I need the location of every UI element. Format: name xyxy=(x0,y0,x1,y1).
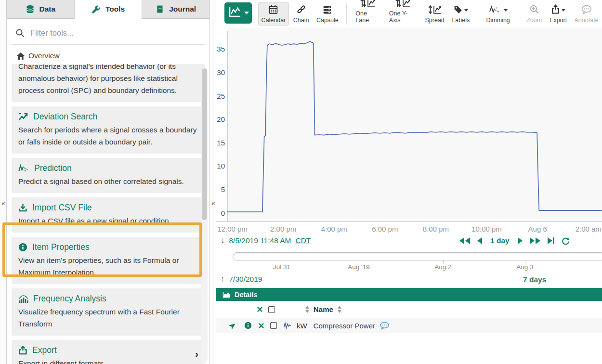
toolbar-button-label: Labels xyxy=(452,17,470,24)
collapse-panel-icon[interactable]: « xyxy=(210,199,216,207)
overview-label: Overview xyxy=(28,52,60,60)
sort-name-icon[interactable] xyxy=(338,306,341,313)
one-lane-icon xyxy=(360,0,376,10)
export-top-icon xyxy=(551,4,560,16)
toolbar-separator xyxy=(478,3,478,25)
toolbar-chain-button[interactable]: Chain xyxy=(290,2,313,26)
toolbar-export-button[interactable]: Export xyxy=(546,2,570,26)
view-selector-button[interactable] xyxy=(224,2,252,24)
svg-text:12:00 pm: 12:00 pm xyxy=(217,225,248,233)
timezone-link[interactable]: CDT xyxy=(295,236,311,245)
scrollbar-thumb[interactable] xyxy=(202,68,207,220)
toolbar-spread-button[interactable]: Spread xyxy=(422,2,448,26)
tab-data[interactable]: Data xyxy=(7,0,75,19)
step-to-end-icon[interactable] xyxy=(548,237,554,244)
filter-tools-input[interactable] xyxy=(30,28,205,38)
item-properties-icon xyxy=(18,243,27,252)
capsule-icon xyxy=(322,5,332,16)
display-range-start[interactable]: 8/5/2019 11:48 AM xyxy=(229,236,291,245)
tool-description: View an item's properties, such as its F… xyxy=(18,254,198,278)
overview-link[interactable]: Overview xyxy=(16,52,205,60)
timeline-tick-label: Aug 2 xyxy=(414,263,472,271)
svg-text:0: 0 xyxy=(221,209,225,217)
name-column-header[interactable]: Name xyxy=(314,305,333,313)
dimming-icon xyxy=(489,5,502,16)
import-csv-icon xyxy=(18,203,27,212)
tool-card-deviation-search[interactable]: Deviation SearchSearch for periods where… xyxy=(12,106,205,154)
calendar-icon xyxy=(268,4,278,16)
display-duration[interactable]: 1 day xyxy=(489,236,510,245)
toolbar-button-label: One Y-Axis xyxy=(389,10,417,24)
toolbar-button-label: Calendar xyxy=(262,17,286,24)
tab-label: Data xyxy=(39,5,56,13)
svg-text:35: 35 xyxy=(217,45,225,53)
tool-title: Prediction xyxy=(34,163,72,173)
select-all-checkbox[interactable] xyxy=(268,306,275,313)
tool-card-export[interactable]: ExportExport in different formats› xyxy=(12,340,205,364)
toolbar-capsule-button[interactable]: Capsule xyxy=(313,2,341,26)
collapse-left-icon[interactable]: « xyxy=(0,199,6,207)
remove-item-icon[interactable] xyxy=(258,323,264,329)
refresh-icon[interactable] xyxy=(562,237,570,245)
step-back-icon[interactable] xyxy=(477,237,482,244)
tool-card-prediction[interactable]: PredictionPredict a signal based on othe… xyxy=(12,158,205,193)
tools-scrollbar[interactable] xyxy=(201,67,208,362)
toolbar-button-label: Dimming xyxy=(486,17,510,24)
svg-text:6:00 pm: 6:00 pm xyxy=(372,225,398,233)
tool-title: Import CSV File xyxy=(32,203,92,213)
comment-bubble-icon[interactable] xyxy=(380,322,390,330)
tab-tools[interactable]: Tools xyxy=(75,0,143,19)
investigate-duration[interactable]: 7 days xyxy=(523,275,546,284)
item-info-icon[interactable] xyxy=(244,322,252,329)
tool-card-frequency-analysis[interactable]: Frequency AnalysisVisualize frequency sp… xyxy=(12,288,205,336)
tab-journal[interactable]: Journal xyxy=(142,0,209,19)
trend-chart[interactable]: 0510152025303512:00 pm2:00 pm4:00 pm6:00… xyxy=(216,27,602,234)
signal-icon xyxy=(283,322,292,329)
svg-text:10: 10 xyxy=(217,162,225,170)
wrench-icon xyxy=(92,5,101,14)
investigate-start-arrow-icon: ↑ xyxy=(221,274,225,284)
display-toolbar: CalendarChainCapsuleOne LaneOne Y-AxisSp… xyxy=(216,0,602,27)
panel-tabs: DataToolsJournal xyxy=(7,0,209,19)
svg-text:2:00 pm: 2:00 pm xyxy=(270,225,296,233)
area-chart-icon xyxy=(222,291,231,298)
tool-description: Search for periods where a signal crosse… xyxy=(18,124,198,148)
tool-description: Predict a signal based on other correlat… xyxy=(18,175,198,187)
tool-description: Import a CSV file as a new signal or con… xyxy=(18,215,198,227)
trend-icon xyxy=(227,6,242,20)
tool-title: Deviation Search xyxy=(33,112,97,122)
details-table-row[interactable]: kW Compressor Power xyxy=(216,318,602,333)
investigate-range-start[interactable]: 7/30/2019 xyxy=(229,275,262,284)
toolbar-separator xyxy=(518,3,518,25)
tool-title: Frequency Analysis xyxy=(33,294,106,304)
tool-card-import-csv-file[interactable]: Import CSV FileImport a CSV file as a ne… xyxy=(12,197,205,233)
annotate-icon xyxy=(581,5,592,16)
row-checkbox[interactable] xyxy=(270,322,277,329)
sort-icon[interactable] xyxy=(305,306,309,313)
row-unit: kW xyxy=(297,322,307,330)
toolbar-dimming-button[interactable]: Dimming xyxy=(483,2,513,26)
step-back-double-icon[interactable] xyxy=(459,237,470,244)
autoscale-pointer-icon[interactable] xyxy=(229,322,237,329)
svg-text:15: 15 xyxy=(217,139,225,147)
step-forward-icon[interactable] xyxy=(518,237,523,244)
tools-panel: DataToolsJournal Overview Characterize a… xyxy=(7,0,209,364)
timeline-scrollbar[interactable] xyxy=(233,252,602,260)
toolbar-labels-button[interactable]: Labels xyxy=(449,2,473,26)
tool-card-scrolled[interactable]: Characterize a signal's intended behavio… xyxy=(12,64,205,102)
toolbar-calendar-button[interactable]: Calendar xyxy=(258,2,289,26)
step-forward-double-icon[interactable] xyxy=(530,237,540,244)
svg-text:10:00 pm: 10:00 pm xyxy=(471,225,502,233)
toolbar-one-y-axis-button[interactable]: One Y-Axis xyxy=(385,2,421,26)
chain-icon xyxy=(296,4,306,16)
tool-card-item-properties[interactable]: Item PropertiesView an item's properties… xyxy=(12,237,205,284)
deviation-search-icon xyxy=(18,112,28,121)
journal-icon xyxy=(156,5,164,13)
timeline-tick-label: Aug '19 xyxy=(330,263,388,271)
svg-text:Aug 6: Aug 6 xyxy=(528,225,547,233)
prediction-icon xyxy=(18,164,29,173)
row-name: Compressor Power xyxy=(314,322,375,330)
tool-description: Visualize frequency spectrum with a Fast… xyxy=(18,306,198,330)
toolbar-one-lane-button[interactable]: One Lane xyxy=(352,2,384,26)
remove-all-icon[interactable] xyxy=(257,306,263,312)
